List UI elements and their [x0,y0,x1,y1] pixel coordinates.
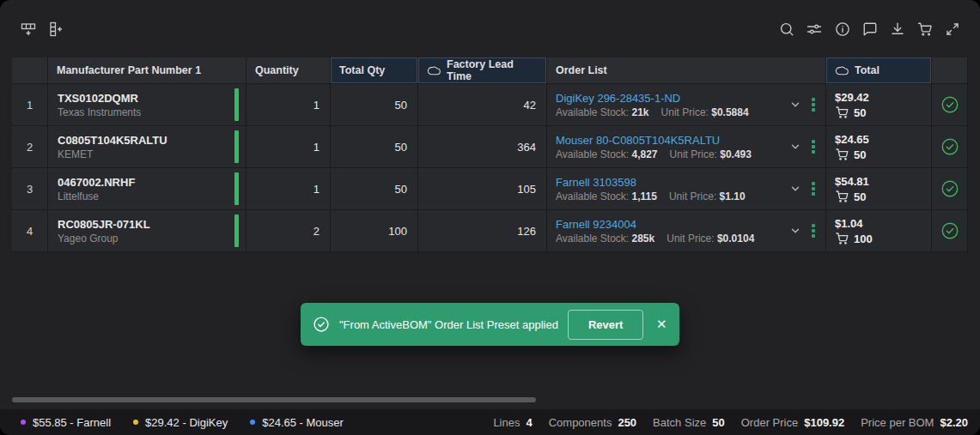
header-order-list[interactable]: Order List [547,57,826,84]
toast-notification: "From ActiveBOM" Order List Preset appli… [301,303,679,346]
check-circle-icon [940,179,959,198]
check-circle-icon [940,221,959,240]
header-total[interactable]: Total [826,57,932,84]
row-menu-icon[interactable] [810,180,817,197]
cart-qty: 50 [854,148,866,161]
mpn-cell[interactable]: TXS0102DQMR Texas Instruments [48,84,247,126]
stat-label: Price per BOM [861,416,934,429]
stock-price-line: Available Stock: 21kUnit Price: $0.5884 [556,106,786,119]
mpn-text: TXS0102DQMR [58,91,138,106]
horizontal-scrollbar[interactable] [12,397,536,402]
add-column-icon[interactable] [48,21,64,37]
revert-button[interactable]: Revert [568,310,643,340]
cart-qty-icon [835,106,849,119]
quantity-cell[interactable]: 1 [247,168,331,210]
supplier-price-legend: $55.85 - Farnell $29.42 - DigiKey $24.65… [21,416,344,429]
supplier-part-link[interactable]: Mouser 80-C0805T104K5RALTU [556,133,786,148]
header-mpn[interactable]: Manufacturer Part Number 1 [48,57,247,84]
comment-icon[interactable] [862,21,878,37]
cart-qty: 50 [854,106,866,119]
legend-label: $24.65 - Mouser [262,416,344,429]
legend-item: $29.42 - DigiKey [133,416,228,429]
order-list-cell: Mouser 80-C0805T104K5RALTU Available Sto… [547,126,826,168]
expand-icon[interactable] [945,21,960,37]
lead-time-cell: 126 [418,210,547,252]
total-qty-cell: 50 [331,126,418,168]
total-cell: $1.04 100 [826,210,932,252]
row-menu-icon[interactable] [810,138,817,155]
stat-item: Price per BOM $2.20 [861,416,968,429]
lead-time-cell: 105 [418,168,547,210]
search-icon[interactable] [779,21,794,37]
table-row[interactable]: 4 RC0805JR-071KL Yageo Group 2 100 126 F… [12,210,968,252]
total-price: $54.81 [835,174,869,189]
legend-dot [133,420,138,425]
bom-app-window: Manufacturer Part Number 1 Quantity Tota… [0,0,980,435]
stat-label: Order Price [741,416,798,429]
header-row-number [12,57,48,84]
row-menu-icon[interactable] [810,222,817,239]
order-list-cell: Farnell 9234004 Available Stock: 285kUni… [547,210,826,252]
mpn-cell[interactable]: 0467002.NRHF Littelfuse [48,168,247,210]
legend-item: $24.65 - Mouser [250,416,344,429]
supplier-part-link[interactable]: Farnell 3103598 [556,175,786,190]
download-icon[interactable] [890,21,905,37]
header-quantity[interactable]: Quantity [247,57,331,84]
supply-status-bar [234,214,239,247]
lead-time-cell: 42 [418,84,547,126]
table-row[interactable]: 1 TXS0102DQMR Texas Instruments 1 50 42 … [12,84,968,126]
supplier-part-link[interactable]: Farnell 9234004 [556,217,786,232]
cart-icon[interactable] [917,21,933,37]
stat-item: Components 250 [549,416,636,429]
chevron-down-icon[interactable] [789,225,801,237]
chevron-down-icon[interactable] [789,99,801,111]
check-circle-icon [940,137,959,156]
manufacturer-text: Littelfuse [58,190,99,203]
quantity-cell[interactable]: 1 [247,84,331,126]
stock-price-line: Available Stock: 1,115Unit Price: $1.10 [556,190,786,203]
order-list-cell: DigiKey 296-28435-1-ND Available Stock: … [547,84,826,126]
mpn-cell[interactable]: RC0805JR-071KL Yageo Group [48,210,247,252]
supplier-part-link[interactable]: DigiKey 296-28435-1-ND [556,91,786,106]
row-number: 3 [12,168,48,210]
stat-label: Components [549,416,612,429]
header-total-qty[interactable]: Total Qty [331,57,418,84]
row-number: 1 [12,84,48,126]
chevron-down-icon[interactable] [789,141,801,153]
cloud-icon [427,65,441,76]
success-check-icon [313,316,330,333]
table-row[interactable]: 2 C0805T104K5RALTU KEMET 1 50 364 Mouser… [12,126,968,168]
stat-label: Lines [493,416,520,429]
cloud-icon [835,65,849,76]
mpn-text: RC0805JR-071KL [58,217,150,232]
total-price: $24.65 [835,132,869,147]
manufacturer-text: Texas Instruments [58,106,141,119]
status-cell [932,84,968,126]
lead-time-cell: 364 [418,126,547,168]
bom-table: Manufacturer Part Number 1 Quantity Tota… [12,57,968,252]
cart-qty: 50 [854,190,866,203]
table-row[interactable]: 3 0467002.NRHF Littelfuse 1 50 105 Farne… [12,168,968,210]
row-menu-icon[interactable] [810,96,817,113]
status-cell [932,168,968,210]
quantity-cell[interactable]: 1 [247,126,331,168]
info-icon[interactable] [835,21,850,37]
total-price: $29.42 [835,90,869,105]
filter-settings-icon[interactable] [807,21,822,37]
stat-label: Batch Size [653,416,706,429]
close-icon[interactable]: ✕ [655,316,667,333]
legend-label: $29.42 - DigiKey [145,416,228,429]
total-qty-cell: 50 [331,168,418,210]
supply-status-bar [234,88,239,121]
stat-item: Batch Size 50 [653,416,725,429]
header-status [932,57,968,84]
row-number: 4 [12,210,48,252]
add-row-icon[interactable] [21,21,36,37]
mpn-cell[interactable]: C0805T104K5RALTU KEMET [48,126,247,168]
header-factory-lead-time[interactable]: Factory Lead Time [418,57,547,84]
cart-qty-icon [835,148,849,161]
chevron-down-icon[interactable] [789,183,801,195]
quantity-cell[interactable]: 2 [247,210,331,252]
stat-value: 4 [526,416,532,429]
legend-item: $55.85 - Farnell [21,416,111,429]
